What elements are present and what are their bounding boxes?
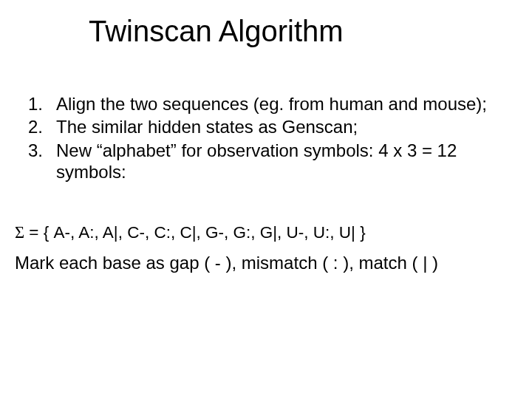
numbered-list: 1. Align the two sequences (eg. from hum…: [15, 93, 502, 184]
list-item: 2. The similar hidden states as Genscan;: [15, 116, 502, 137]
list-item-number: 3.: [15, 140, 56, 183]
mark-legend: Mark each base as gap ( - ), mismatch ( …: [15, 250, 502, 276]
list-item: 1. Align the two sequences (eg. from hum…: [15, 93, 502, 115]
slide: Twinscan Algorithm 1. Align the two sequ…: [0, 0, 532, 399]
list-item-text: New “alphabet” for observation symbols: …: [56, 140, 502, 183]
list-item-text: The similar hidden states as Genscan;: [56, 116, 502, 137]
list-item-number: 2.: [15, 116, 56, 137]
alphabet-definition: Σ = { A-, A:, A|, C-, C:, C|, G-, G:, G|…: [15, 220, 502, 245]
list-item-text: Align the two sequences (eg. from human …: [56, 93, 502, 115]
list-item-number: 1.: [15, 93, 56, 115]
slide-title: Twinscan Algorithm: [89, 15, 344, 48]
alphabet-set: = { A-, A:, A|, C-, C:, C|, G-, G:, G|, …: [24, 223, 366, 242]
sigma-symbol: Σ: [15, 223, 24, 242]
definition-block: Σ = { A-, A:, A|, C-, C:, C|, G-, G:, G|…: [15, 220, 502, 276]
list-item: 3. New “alphabet” for observation symbol…: [15, 140, 502, 183]
